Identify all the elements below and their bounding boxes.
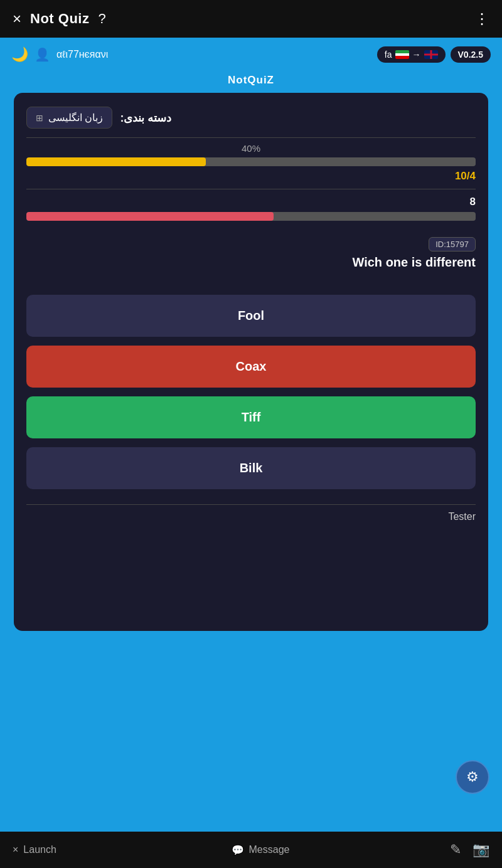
nav-item-message[interactable]: 💬 Message: [232, 844, 451, 856]
app-subtitle: NotQuiZ: [228, 74, 274, 86]
main-card: دسته بندی: زبان انگلیسی ⊞ 40% 10/4 8 ID:…: [14, 93, 488, 631]
arrow-icon: →: [412, 50, 421, 60]
launch-x-icon: ×: [13, 844, 18, 855]
bottom-nav: × Launch 💬 Message ✎ 📷: [0, 832, 502, 868]
question-area: ID:15797 Wich one is different: [26, 230, 476, 282]
answers-container: Fool Coax Tiff Bilk: [26, 295, 476, 489]
username-label: αℓι77нєяανι: [56, 49, 108, 60]
subtitle-bar: NotQuiZ: [0, 71, 502, 93]
divider-2: [26, 189, 476, 189]
message-icon: 💬: [232, 844, 244, 856]
flag-iran-icon: [395, 50, 409, 59]
user-icon: 👤: [35, 47, 50, 62]
edit-icon[interactable]: ✎: [450, 842, 461, 858]
nav-item-launch[interactable]: × Launch: [13, 844, 232, 855]
category-row: دسته بندی: زبان انگلیسی ⊞: [26, 107, 476, 129]
flag-gb-icon: [424, 50, 438, 59]
launch-label: Launch: [23, 844, 56, 855]
header-left: 🌙 👤 αℓι77нєяανι: [11, 46, 108, 63]
answer-button-2[interactable]: Tiff: [26, 396, 476, 438]
tester-label: Tester: [26, 511, 476, 522]
dark-mode-icon[interactable]: 🌙: [11, 46, 28, 63]
answer-button-1[interactable]: Coax: [26, 346, 476, 388]
message-label: Message: [249, 844, 290, 855]
grid-icon: ⊞: [36, 113, 43, 123]
answer-button-0[interactable]: Fool: [26, 295, 476, 337]
close-icon[interactable]: ×: [13, 10, 21, 28]
answer-button-3[interactable]: Bilk: [26, 447, 476, 489]
question-id-badge: ID:15797: [429, 237, 476, 251]
card-footer: Tester: [26, 504, 476, 522]
progress-bar-fill-1: [26, 157, 206, 166]
app-bar: × Not Quiz ? ⋮: [0, 0, 502, 38]
language-selector[interactable]: fa →: [377, 46, 446, 63]
category-value: زبان انگلیسی: [48, 112, 103, 124]
footer-divider: [26, 504, 476, 505]
lang-from-label: fa: [385, 50, 392, 60]
divider-1: [26, 137, 476, 138]
question-mark-icon: ?: [98, 11, 105, 27]
progress-bar-2: [26, 212, 476, 221]
progress-section-2: 8: [26, 196, 476, 221]
nav-right-icons: ✎ 📷: [450, 842, 489, 858]
progress-bar-fill-2: [26, 212, 274, 221]
progress-bar-1: [26, 157, 476, 166]
app-bar-left: × Not Quiz ?: [13, 10, 106, 28]
question-text: Wich one is different: [26, 251, 476, 270]
more-options-icon[interactable]: ⋮: [474, 10, 489, 28]
app-title: Not Quiz: [30, 11, 89, 27]
header-right: fa → V0.2.5: [377, 46, 491, 63]
category-button[interactable]: زبان انگلیسی ⊞: [26, 107, 112, 129]
progress-percent-label: 40%: [26, 143, 476, 154]
category-label: دسته بندی:: [120, 111, 171, 125]
header-bar: 🌙 👤 αℓι77нєяανι fa → V0.2.5: [0, 38, 502, 71]
version-badge: V0.2.5: [451, 46, 491, 63]
fab-button[interactable]: ⚙: [456, 760, 489, 794]
score-label-1: 10/4: [26, 170, 476, 183]
fab-settings-icon: ⚙: [466, 769, 479, 785]
camera-icon[interactable]: 📷: [473, 842, 489, 858]
progress-section-1: 40% 10/4: [26, 143, 476, 183]
score-label-2: 8: [26, 196, 476, 208]
bottom-area: ⚙: [0, 643, 502, 832]
